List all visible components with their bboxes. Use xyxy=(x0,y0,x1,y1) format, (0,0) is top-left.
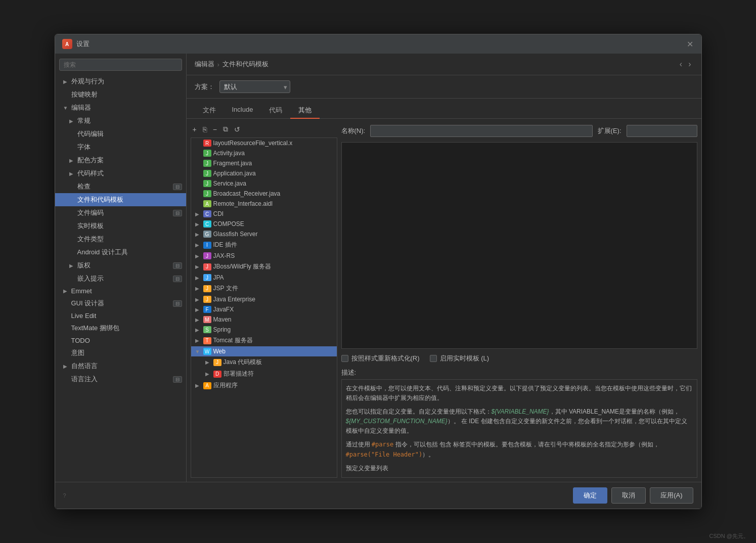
ok-button[interactable]: 确定 xyxy=(573,487,607,504)
sidebar-item-code-edit[interactable]: 代码编辑 xyxy=(55,127,186,141)
tab-code[interactable]: 代码 xyxy=(261,103,290,119)
sidebar-item-file-templates[interactable]: 文件和代码模板 xyxy=(55,193,186,206)
cancel-button[interactable]: 取消 xyxy=(611,487,646,504)
duplicate-template-button[interactable]: ⧉ xyxy=(221,124,230,134)
help-icon[interactable]: ? xyxy=(63,492,66,499)
nav-arrows: ‹ › xyxy=(678,59,693,70)
tree-arrow: ▶ xyxy=(195,242,201,248)
tab-include[interactable]: Include xyxy=(224,103,261,119)
tree-item-javafx[interactable]: ▶ F JavaFX xyxy=(191,304,337,314)
search-bar[interactable] xyxy=(59,59,182,71)
tree-item-java-tpl[interactable]: ▶ J Java 代码模板 xyxy=(191,356,337,368)
sidebar-item-label: 嵌入提示 xyxy=(77,274,104,283)
tree-item-glassfish[interactable]: ▶ G Glassfish Server xyxy=(191,229,337,239)
tree-item-app[interactable]: ▶ A 应用程序 xyxy=(191,380,337,391)
sidebar-item-file-encoding[interactable]: 文件编码 ⊟ xyxy=(55,206,186,219)
sidebar-item-todo[interactable]: TODO xyxy=(55,335,186,346)
desc-text: 在文件模板中，您可以使用文本、代码、注释和预定义变量。以下提供了预定义变量的列表… xyxy=(341,379,697,478)
left-panel: + ⎘ − ⧉ ↺ R layoutResourceFile_vertical.… xyxy=(191,123,337,478)
nav-forward-button[interactable]: › xyxy=(686,59,693,70)
remote-icon: A xyxy=(203,200,211,207)
nav-back-button[interactable]: ‹ xyxy=(678,59,684,70)
tree-item-tomcat[interactable]: ▶ T Tomcat 服务器 xyxy=(191,335,337,346)
tree-item-broadcast[interactable]: J Broadcast_Receiver.java xyxy=(191,189,337,199)
tree-item-web[interactable]: ▼ W Web xyxy=(191,346,337,356)
arrow-icon: ▼ xyxy=(63,105,69,111)
sidebar-item-label: 常规 xyxy=(77,116,91,125)
sidebar-item-file-types[interactable]: 文件类型 xyxy=(55,233,186,246)
tab-file[interactable]: 文件 xyxy=(195,103,224,119)
tree-item-java-enterprise[interactable]: ▶ J Java Enterprise xyxy=(191,294,337,304)
layout-icon: R xyxy=(203,140,211,147)
tree-item-maven[interactable]: ▶ M Maven xyxy=(191,314,337,325)
tab-other[interactable]: 其他 xyxy=(290,103,320,119)
tree-item-label: 部署描述符 xyxy=(224,370,254,378)
sidebar-item-color[interactable]: ▶ 配色方案 xyxy=(55,154,186,167)
apply-button[interactable]: 应用(A) xyxy=(650,487,693,504)
tree-arrow: ▶ xyxy=(195,286,201,291)
tree-item-jaxrs[interactable]: ▶ J JAX-RS xyxy=(191,251,337,261)
name-input[interactable] xyxy=(370,125,592,137)
sidebar-item-inspect[interactable]: 检查 ⊟ xyxy=(55,180,186,193)
tree-item-spring[interactable]: ▶ S Spring xyxy=(191,325,337,335)
live-tpl-checkbox[interactable]: 启用实时模板 (L) xyxy=(430,354,490,363)
remove-template-button[interactable]: − xyxy=(211,124,219,134)
tree-item-jsp[interactable]: ▶ J JSP 文件 xyxy=(191,283,337,294)
sidebar-item-code-style[interactable]: ▶ 代码样式 xyxy=(55,167,186,180)
reformat-checkbox[interactable]: 按照样式重新格式化(R) xyxy=(341,354,420,363)
tree-item-jboss[interactable]: ▶ J JBoss/WildFly 服务器 xyxy=(191,261,337,273)
tree-item-service[interactable]: J Service.java xyxy=(191,178,337,189)
desc-label: 描述: xyxy=(341,368,697,377)
ext-label: 扩展(E): xyxy=(598,126,621,135)
tree-item-fragment[interactable]: J Fragment.java xyxy=(191,158,337,168)
reset-template-button[interactable]: ↺ xyxy=(232,124,242,134)
sidebar-item-intention[interactable]: 意图 xyxy=(55,346,186,359)
sidebar-item-gui[interactable]: GUI 设计器 ⊟ xyxy=(55,297,186,310)
tree-item-remote[interactable]: A Remote_Interface.aidl xyxy=(191,199,337,209)
ext-input[interactable] xyxy=(627,125,697,137)
tree-item-layoutresource[interactable]: R layoutResourceFile_vertical.x xyxy=(191,138,337,148)
tree-item-cdi[interactable]: ▶ C CDI xyxy=(191,209,337,219)
tree-arrow: ▶ xyxy=(195,211,201,217)
scheme-dropdown-wrap[interactable]: 默认 xyxy=(219,80,290,93)
sidebar-item-label: 文件编码 xyxy=(77,208,104,217)
sidebar-item-emmet[interactable]: ▶ Emmet xyxy=(55,285,186,297)
sidebar-item-general[interactable]: ▶ 常规 xyxy=(55,114,186,127)
sidebar-item-appearance[interactable]: ▶ 外观与行为 xyxy=(55,75,186,88)
close-button[interactable]: ✕ xyxy=(686,40,694,48)
sidebar-item-copyright[interactable]: ▶ 版权 ⊟ xyxy=(55,259,186,272)
tree-arrow: ▶ xyxy=(195,297,201,302)
arrow-icon: ▶ xyxy=(63,364,69,369)
sidebar-item-live-tpl[interactable]: 实时模板 xyxy=(55,219,186,233)
sidebar-item-textmate[interactable]: TextMate 捆绑包 xyxy=(55,322,186,335)
sidebar-item-editor[interactable]: ▼ 编辑器 xyxy=(55,101,186,114)
tree-item-label: Tomcat 服务器 xyxy=(213,336,253,345)
breadcrumb: 编辑器 › 文件和代码模板 xyxy=(195,60,269,69)
sidebar-item-keymap[interactable]: 按键映射 xyxy=(55,88,186,101)
tree-item-application[interactable]: J Application.java xyxy=(191,168,337,178)
jax-icon: J xyxy=(203,252,211,259)
sidebar-item-android-design[interactable]: Android 设计工具 xyxy=(55,246,186,259)
add-template-button[interactable]: + xyxy=(191,124,199,134)
file-tree: R layoutResourceFile_vertical.x J Activi… xyxy=(191,138,337,478)
search-input[interactable] xyxy=(59,59,182,71)
ide-plugin-icon: I xyxy=(203,242,211,249)
tree-item-activity[interactable]: J Activity.java xyxy=(191,148,337,158)
tree-item-deploy[interactable]: ▶ D 部署描述符 xyxy=(191,368,337,380)
sidebar-item-lang-inject[interactable]: 语言注入 ⊟ xyxy=(55,373,186,386)
tree-item-ide-plugin[interactable]: ▶ I IDE 插件 xyxy=(191,239,337,251)
tree-arrow: ▶ xyxy=(195,338,201,343)
copy-template-button[interactable]: ⎘ xyxy=(201,124,209,134)
sidebar-item-natural-lang[interactable]: ▶ 自然语言 xyxy=(55,359,186,373)
service-icon: J xyxy=(203,180,211,187)
tree-item-compose[interactable]: ▶ C COMPOSE xyxy=(191,219,337,229)
template-editor[interactable] xyxy=(341,142,697,349)
sidebar-item-label: 检查 xyxy=(77,182,91,191)
tree-item-jpa[interactable]: ▶ J JPA xyxy=(191,273,337,283)
sidebar-item-live-edit[interactable]: Live Edit xyxy=(55,310,186,322)
cdi-icon: C xyxy=(203,210,211,217)
scheme-select[interactable]: 默认 xyxy=(219,80,290,93)
sidebar-item-label: 编辑器 xyxy=(71,103,91,112)
sidebar-item-font[interactable]: 字体 xyxy=(55,141,186,154)
sidebar-item-hints[interactable]: 嵌入提示 ⊟ xyxy=(55,272,186,285)
